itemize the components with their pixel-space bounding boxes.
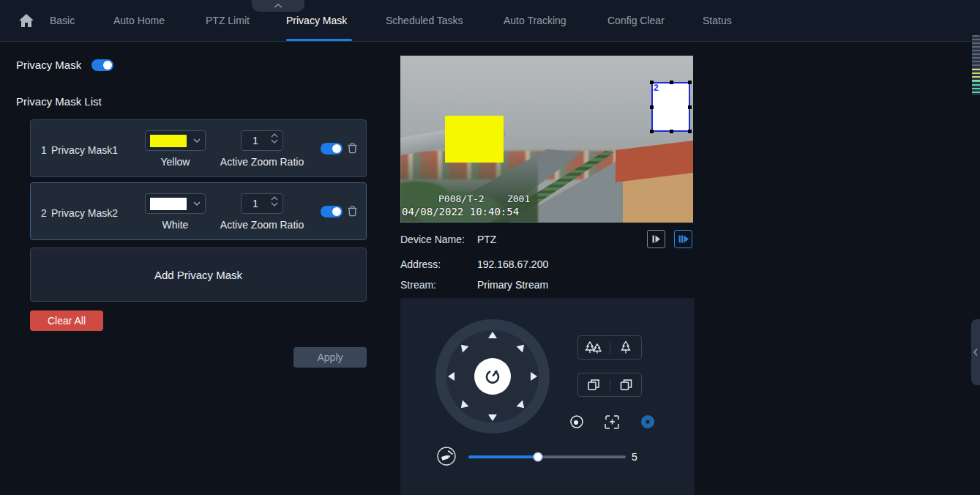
tab-auto-home[interactable]: Auto Home xyxy=(113,0,165,42)
privacy-mask-overlay-2-selected[interactable]: 2 xyxy=(651,82,690,132)
mask-color-select[interactable] xyxy=(145,193,206,214)
resize-handle-top-center[interactable] xyxy=(670,81,673,84)
spinner-up-icon[interactable] xyxy=(271,133,278,138)
slider-fill xyxy=(468,455,538,458)
ptz-speed-button[interactable] xyxy=(436,446,457,466)
slider-handle[interactable] xyxy=(533,453,542,462)
home-icon-glyph xyxy=(18,12,35,29)
iris-button[interactable] xyxy=(569,414,585,430)
resize-handle-mid-left[interactable] xyxy=(650,105,654,109)
home-icon[interactable] xyxy=(18,12,35,29)
osd-camera-label: P008/T-2 Z001 xyxy=(438,193,530,204)
zoom-in-tree-icon xyxy=(617,340,635,356)
mask-overlay-number: 2 xyxy=(654,83,659,93)
resize-handle-top-right[interactable] xyxy=(688,81,692,84)
privacy-mask-list-title: Privacy Mask List xyxy=(16,95,102,108)
spinner-arrows[interactable] xyxy=(271,133,278,144)
ptz-speed-value: 5 xyxy=(632,451,637,463)
resize-handle-bottom-left[interactable] xyxy=(650,130,654,133)
tab-status[interactable]: Status xyxy=(703,0,732,42)
active-tab-indicator xyxy=(286,39,352,41)
chevron-left-icon xyxy=(973,348,979,357)
privacy-mask-label: Privacy Mask xyxy=(16,59,81,71)
chevron-down-icon xyxy=(192,138,201,144)
speed-camera-icon xyxy=(436,446,457,466)
pan-tilt-dpad[interactable] xyxy=(435,319,550,433)
spinner-down-icon[interactable] xyxy=(271,139,278,144)
privacy-mask-overlay-1[interactable] xyxy=(445,116,504,163)
tab-ptz-limit[interactable]: PTZ Limit xyxy=(206,0,250,42)
add-privacy-mask-button[interactable]: Add Privacy Mask xyxy=(30,248,367,302)
device-name-row: Device Name: PTZ xyxy=(400,234,496,245)
stream-value: Primary Stream xyxy=(477,279,548,291)
scroll-stripe-yellow xyxy=(972,69,980,81)
zoom-out-button[interactable] xyxy=(578,336,610,359)
delete-mask-icon[interactable] xyxy=(345,141,359,155)
mask-row-2[interactable]: 2 Privacy Mask2 White 1 Active Zoom Rati… xyxy=(30,182,367,240)
zoom-ratio-value: 1 xyxy=(242,135,269,146)
mask-color-select[interactable] xyxy=(145,130,206,151)
zoom-ratio-input[interactable]: 1 xyxy=(241,193,283,214)
top-navigation: Basic Auto Home PTZ Limit Privacy Mask S… xyxy=(0,0,980,42)
resize-handle-top-left[interactable] xyxy=(650,81,654,84)
toggle-knob xyxy=(332,207,341,216)
tab-config-clear[interactable]: Config Clear xyxy=(607,0,665,42)
aperture-icon xyxy=(639,413,657,431)
pan-down-arrow[interactable] xyxy=(488,414,497,421)
pan-left-arrow[interactable] xyxy=(448,372,455,381)
step-play-icon xyxy=(651,234,662,245)
scroll-stripe-teal xyxy=(972,81,980,95)
step-play-button[interactable] xyxy=(647,230,665,248)
mask-index: 1 xyxy=(41,144,47,156)
chevron-up-icon xyxy=(273,3,283,9)
pan-up-arrow[interactable] xyxy=(488,332,497,338)
collapse-panel-handle-right[interactable] xyxy=(971,319,980,385)
clear-all-button[interactable]: Clear All xyxy=(30,310,103,331)
pan-right-arrow[interactable] xyxy=(531,372,537,381)
auto-focus-button[interactable] xyxy=(604,414,620,430)
spinner-up-icon[interactable] xyxy=(271,196,278,201)
spinner-arrows[interactable] xyxy=(271,196,278,206)
focus-auto-icon xyxy=(604,414,620,430)
privacy-mask-toggle[interactable] xyxy=(91,59,113,71)
mask-enable-toggle[interactable] xyxy=(321,206,343,217)
focus-button-group xyxy=(577,373,642,397)
ptz-power-button[interactable] xyxy=(474,358,511,395)
vertical-scrollbar-thumb[interactable] xyxy=(972,35,980,95)
collapse-panel-handle-top[interactable] xyxy=(252,0,304,12)
ptz-control-panel: 5 xyxy=(400,298,695,495)
focus-far-icon xyxy=(586,377,602,393)
ptz-speed-slider[interactable] xyxy=(468,455,626,458)
tab-auto-tracking[interactable]: Auto Tracking xyxy=(504,0,566,42)
zoom-ratio-label: Active Zoom Ratio xyxy=(206,219,318,231)
apply-button[interactable]: Apply xyxy=(293,347,367,368)
stream-row: Stream: Primary Stream xyxy=(400,279,548,291)
live-view[interactable]: 2 P008/T-2 Z001 04/08/2022 10:40:54 xyxy=(400,56,693,223)
device-name-label: Device Name: xyxy=(400,234,474,245)
device-name-value: PTZ xyxy=(477,234,496,245)
color-name-label: White xyxy=(145,219,206,231)
mask-row-1[interactable]: 1 Privacy Mask1 Yellow 1 Active Zoom Rat… xyxy=(30,119,367,177)
osd-timestamp: 04/08/2022 10:40:54 xyxy=(402,206,519,217)
resize-handle-bottom-right[interactable] xyxy=(688,130,692,133)
focus-far-button[interactable] xyxy=(578,373,610,396)
tab-scheduled-tasks[interactable]: Scheduled Tasks xyxy=(386,0,463,42)
address-row: Address: 192.168.67.200 xyxy=(400,258,548,270)
aperture-button[interactable] xyxy=(639,413,657,431)
focus-near-icon xyxy=(618,377,634,393)
scene-building xyxy=(623,152,693,223)
zoom-ratio-input[interactable]: 1 xyxy=(241,130,283,151)
resize-handle-bottom-center[interactable] xyxy=(670,130,673,133)
iris-dot-icon xyxy=(569,414,585,430)
tab-basic[interactable]: Basic xyxy=(50,0,75,42)
mask-name: Privacy Mask2 xyxy=(51,207,118,219)
focus-near-button[interactable] xyxy=(610,373,642,396)
delete-mask-icon[interactable] xyxy=(345,204,359,218)
mask-enable-toggle[interactable] xyxy=(321,143,343,155)
resize-handle-mid-right[interactable] xyxy=(688,105,692,109)
zoom-button-group xyxy=(577,335,642,360)
toggle-knob xyxy=(103,61,112,70)
multi-step-play-button[interactable] xyxy=(674,230,692,248)
zoom-in-button[interactable] xyxy=(610,336,642,359)
spinner-down-icon[interactable] xyxy=(271,202,278,206)
